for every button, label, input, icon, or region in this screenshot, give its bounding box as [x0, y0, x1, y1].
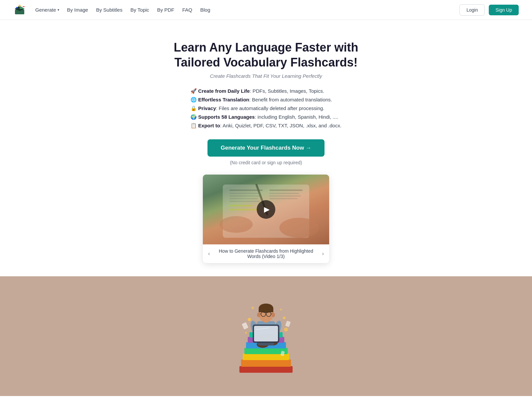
- svg-rect-24: [241, 359, 291, 367]
- feature-export: 📋 Export to: Anki, Quizlet, PDF, CSV, TX…: [191, 123, 341, 129]
- svg-rect-10: [229, 193, 259, 194]
- globe-icon: 🌐: [191, 97, 197, 102]
- svg-rect-18: [269, 196, 301, 197]
- svg-rect-57: [285, 321, 291, 327]
- signup-button[interactable]: Sign Up: [489, 5, 519, 15]
- feature-languages: 🌍 Supports 58 Languages: including Engli…: [191, 114, 341, 120]
- svg-point-54: [280, 309, 282, 311]
- video-caption: How to Generate Flashcards from Highligh…: [214, 248, 318, 259]
- person-on-books-illustration: [229, 290, 303, 383]
- svg-rect-16: [269, 190, 303, 191]
- nav-by-subtitles[interactable]: By Subtitles: [96, 7, 122, 13]
- nav-by-topic[interactable]: By Topic: [130, 7, 149, 13]
- svg-rect-7: [16, 7, 18, 8]
- feature-privacy: 🔒 Privacy: Files are automatically delet…: [191, 105, 341, 111]
- lock-icon: 🔒: [191, 105, 197, 111]
- svg-rect-42: [259, 308, 273, 312]
- bottom-section: [0, 276, 532, 396]
- navbar: Generate ▾ By Image By Subtitles By Topi…: [0, 0, 532, 20]
- svg-rect-23: [239, 366, 293, 373]
- svg-rect-5: [23, 6, 25, 7]
- svg-point-50: [248, 318, 251, 321]
- svg-point-49: [272, 313, 275, 317]
- generate-nav-button[interactable]: Generate ▾: [35, 7, 59, 13]
- hero-section: Learn Any Language Faster with Tailored …: [0, 20, 532, 276]
- nav-links: Generate ▾ By Image By Subtitles By Topi…: [35, 7, 210, 13]
- earth-icon: 🌍: [191, 114, 197, 120]
- clipboard-icon: 📋: [191, 123, 197, 128]
- generate-nav-label: Generate: [35, 7, 56, 13]
- feature-translation: 🌐 Effortless Translation: Benefit from a…: [191, 97, 341, 103]
- video-thumbnail[interactable]: ▶: [203, 175, 329, 244]
- nav-right: Login Sign Up: [460, 4, 519, 16]
- video-navigation: ‹ How to Generate Flashcards from Highli…: [203, 244, 329, 263]
- svg-point-21: [219, 216, 253, 233]
- svg-rect-6: [23, 7, 25, 8]
- nav-by-image[interactable]: By Image: [67, 7, 88, 13]
- svg-point-51: [283, 317, 286, 319]
- nav-faq[interactable]: FAQ: [182, 7, 192, 13]
- svg-rect-17: [269, 193, 299, 194]
- video-next-button[interactable]: ›: [322, 251, 324, 257]
- svg-point-20: [279, 218, 319, 238]
- svg-point-48: [257, 313, 260, 317]
- rocket-icon: 🚀: [191, 88, 197, 94]
- features-list: 🚀 Create from Daily Life: PDFs, Subtitle…: [191, 88, 341, 129]
- svg-rect-56: [242, 322, 248, 330]
- svg-point-55: [251, 307, 254, 309]
- play-icon: ▶: [264, 205, 270, 214]
- generate-flashcards-button[interactable]: Generate Your Flashcards Now →: [207, 139, 325, 157]
- nav-by-pdf[interactable]: By PDF: [157, 7, 175, 13]
- svg-point-53: [284, 328, 288, 332]
- hero-subtitle: Create Flashcards That Fit Your Learning…: [210, 73, 322, 79]
- svg-rect-13: [229, 201, 260, 202]
- chevron-down-icon: ▾: [58, 8, 59, 12]
- nav-blog[interactable]: Blog: [200, 7, 210, 13]
- svg-rect-11: [229, 196, 261, 197]
- svg-point-3: [19, 5, 21, 7]
- logo[interactable]: [13, 4, 26, 16]
- svg-rect-14: [229, 205, 253, 206]
- svg-point-52: [245, 332, 247, 334]
- nav-left: Generate ▾ By Image By Subtitles By Topi…: [13, 4, 210, 16]
- svg-rect-12: [229, 198, 258, 199]
- hero-title-line2: Tailored Vocabulary Flashcards!: [175, 56, 358, 69]
- logo-icon: [13, 4, 26, 16]
- video-prev-button[interactable]: ‹: [208, 251, 210, 257]
- feature-daily-life: 🚀 Create from Daily Life: PDFs, Subtitle…: [191, 88, 341, 94]
- no-credit-card-note: (No credit card or sign up required): [230, 160, 302, 165]
- login-button[interactable]: Login: [460, 4, 485, 16]
- video-container: ▶ ‹ How to Generate Flashcards from High…: [203, 175, 329, 263]
- svg-rect-15: [229, 209, 259, 210]
- hero-title-line1: Learn Any Language Faster with: [174, 41, 358, 54]
- svg-rect-19: [269, 198, 298, 199]
- play-button[interactable]: ▶: [257, 200, 275, 219]
- hero-title: Learn Any Language Faster with Tailored …: [174, 40, 358, 70]
